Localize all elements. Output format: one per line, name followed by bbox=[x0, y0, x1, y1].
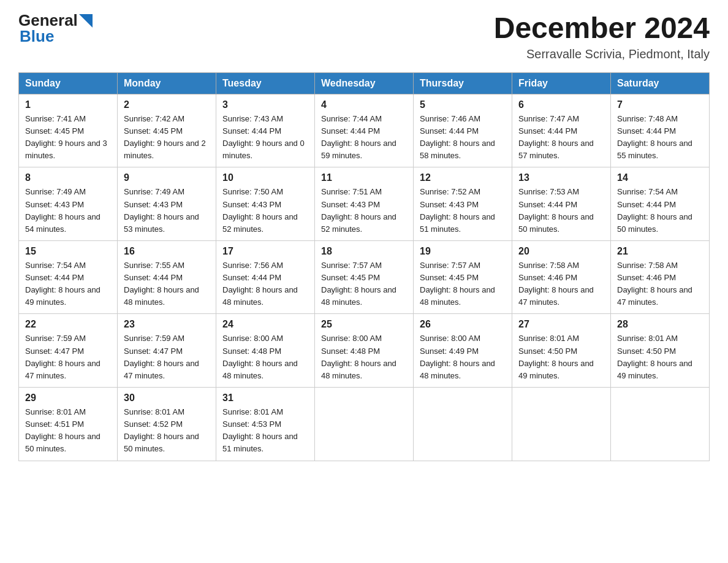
day-cell: 26Sunrise: 8:00 AMSunset: 4:49 PMDayligh… bbox=[414, 314, 512, 388]
day-cell: 19Sunrise: 7:57 AMSunset: 4:45 PMDayligh… bbox=[414, 240, 512, 314]
column-header-wednesday: Wednesday bbox=[315, 72, 414, 94]
day-number: 28 bbox=[617, 319, 703, 330]
day-number: 21 bbox=[617, 246, 703, 257]
calendar-table: SundayMondayTuesdayWednesdayThursdayFrid… bbox=[18, 72, 710, 461]
week-row-3: 15Sunrise: 7:54 AMSunset: 4:44 PMDayligh… bbox=[19, 240, 710, 314]
day-cell: 9Sunrise: 7:49 AMSunset: 4:43 PMDaylight… bbox=[118, 167, 216, 241]
day-info: Sunrise: 8:01 AMSunset: 4:51 PMDaylight:… bbox=[25, 406, 111, 456]
day-cell: 29Sunrise: 8:01 AMSunset: 4:51 PMDayligh… bbox=[19, 388, 118, 461]
day-number: 7 bbox=[617, 99, 703, 110]
day-number: 17 bbox=[222, 246, 308, 257]
day-cell: 3Sunrise: 7:43 AMSunset: 4:44 PMDaylight… bbox=[216, 94, 315, 167]
day-info: Sunrise: 8:01 AMSunset: 4:53 PMDaylight:… bbox=[222, 406, 308, 456]
day-info: Sunrise: 7:54 AMSunset: 4:44 PMDaylight:… bbox=[617, 186, 703, 236]
day-cell: 8Sunrise: 7:49 AMSunset: 4:43 PMDaylight… bbox=[19, 167, 118, 241]
day-number: 25 bbox=[321, 319, 407, 330]
column-header-tuesday: Tuesday bbox=[216, 72, 315, 94]
column-header-monday: Monday bbox=[118, 72, 216, 94]
logo-arrow-icon bbox=[79, 14, 93, 28]
week-row-1: 1Sunrise: 7:41 AMSunset: 4:45 PMDaylight… bbox=[19, 94, 710, 167]
day-info: Sunrise: 7:59 AMSunset: 4:47 PMDaylight:… bbox=[124, 332, 210, 382]
day-info: Sunrise: 7:43 AMSunset: 4:44 PMDaylight:… bbox=[222, 113, 308, 163]
week-row-2: 8Sunrise: 7:49 AMSunset: 4:43 PMDaylight… bbox=[19, 167, 710, 241]
day-cell bbox=[512, 388, 611, 461]
day-number: 16 bbox=[124, 246, 210, 257]
day-number: 3 bbox=[222, 99, 308, 110]
week-row-5: 29Sunrise: 8:01 AMSunset: 4:51 PMDayligh… bbox=[19, 388, 710, 461]
svg-marker-0 bbox=[79, 14, 93, 28]
week-row-4: 22Sunrise: 7:59 AMSunset: 4:47 PMDayligh… bbox=[19, 314, 710, 388]
day-info: Sunrise: 8:00 AMSunset: 4:48 PMDaylight:… bbox=[222, 332, 308, 382]
day-cell: 13Sunrise: 7:53 AMSunset: 4:44 PMDayligh… bbox=[512, 167, 611, 241]
day-cell: 5Sunrise: 7:46 AMSunset: 4:44 PMDaylight… bbox=[414, 94, 512, 167]
column-header-saturday: Saturday bbox=[611, 72, 710, 94]
day-number: 23 bbox=[124, 319, 210, 330]
day-info: Sunrise: 7:49 AMSunset: 4:43 PMDaylight:… bbox=[25, 186, 111, 236]
day-cell: 21Sunrise: 7:58 AMSunset: 4:46 PMDayligh… bbox=[611, 240, 710, 314]
day-number: 27 bbox=[518, 319, 604, 330]
column-header-thursday: Thursday bbox=[414, 72, 512, 94]
day-cell: 23Sunrise: 7:59 AMSunset: 4:47 PMDayligh… bbox=[118, 314, 216, 388]
day-cell: 4Sunrise: 7:44 AMSunset: 4:44 PMDaylight… bbox=[315, 94, 414, 167]
day-info: Sunrise: 7:50 AMSunset: 4:43 PMDaylight:… bbox=[222, 186, 308, 236]
day-info: Sunrise: 7:48 AMSunset: 4:44 PMDaylight:… bbox=[617, 113, 703, 163]
day-info: Sunrise: 8:00 AMSunset: 4:48 PMDaylight:… bbox=[321, 332, 407, 382]
day-info: Sunrise: 7:41 AMSunset: 4:45 PMDaylight:… bbox=[25, 113, 111, 163]
day-cell: 15Sunrise: 7:54 AMSunset: 4:44 PMDayligh… bbox=[19, 240, 118, 314]
day-cell: 7Sunrise: 7:48 AMSunset: 4:44 PMDaylight… bbox=[611, 94, 710, 167]
day-number: 20 bbox=[518, 246, 604, 257]
location-subtitle: Serravalle Scrivia, Piedmont, Italy bbox=[494, 47, 710, 61]
day-cell: 25Sunrise: 8:00 AMSunset: 4:48 PMDayligh… bbox=[315, 314, 414, 388]
day-info: Sunrise: 7:54 AMSunset: 4:44 PMDaylight:… bbox=[25, 259, 111, 309]
calendar-header-row: SundayMondayTuesdayWednesdayThursdayFrid… bbox=[19, 72, 710, 94]
day-number: 2 bbox=[124, 99, 210, 110]
day-info: Sunrise: 8:01 AMSunset: 4:50 PMDaylight:… bbox=[617, 332, 703, 382]
day-cell: 18Sunrise: 7:57 AMSunset: 4:45 PMDayligh… bbox=[315, 240, 414, 314]
day-number: 14 bbox=[617, 172, 703, 183]
day-info: Sunrise: 7:53 AMSunset: 4:44 PMDaylight:… bbox=[518, 186, 604, 236]
day-info: Sunrise: 7:55 AMSunset: 4:44 PMDaylight:… bbox=[124, 259, 210, 309]
day-number: 24 bbox=[222, 319, 308, 330]
column-header-sunday: Sunday bbox=[19, 72, 118, 94]
day-info: Sunrise: 8:01 AMSunset: 4:52 PMDaylight:… bbox=[124, 406, 210, 456]
day-cell: 11Sunrise: 7:51 AMSunset: 4:43 PMDayligh… bbox=[315, 167, 414, 241]
day-number: 26 bbox=[420, 319, 506, 330]
day-number: 9 bbox=[124, 172, 210, 183]
day-info: Sunrise: 7:59 AMSunset: 4:47 PMDaylight:… bbox=[25, 332, 111, 382]
day-info: Sunrise: 7:56 AMSunset: 4:44 PMDaylight:… bbox=[222, 259, 308, 309]
day-number: 6 bbox=[518, 99, 604, 110]
title-area: December 2024 Serravalle Scrivia, Piedmo… bbox=[494, 12, 710, 61]
day-number: 15 bbox=[25, 246, 111, 257]
day-number: 19 bbox=[420, 246, 506, 257]
day-number: 29 bbox=[25, 393, 111, 404]
day-cell bbox=[414, 388, 512, 461]
day-cell: 6Sunrise: 7:47 AMSunset: 4:44 PMDaylight… bbox=[512, 94, 611, 167]
day-cell: 17Sunrise: 7:56 AMSunset: 4:44 PMDayligh… bbox=[216, 240, 315, 314]
day-number: 31 bbox=[222, 393, 308, 404]
day-cell bbox=[611, 388, 710, 461]
day-info: Sunrise: 7:58 AMSunset: 4:46 PMDaylight:… bbox=[518, 259, 604, 309]
day-cell: 30Sunrise: 8:01 AMSunset: 4:52 PMDayligh… bbox=[118, 388, 216, 461]
day-info: Sunrise: 7:57 AMSunset: 4:45 PMDaylight:… bbox=[420, 259, 506, 309]
day-cell bbox=[315, 388, 414, 461]
day-number: 13 bbox=[518, 172, 604, 183]
page-header: General Blue December 2024 Serravalle Sc… bbox=[18, 12, 710, 61]
day-info: Sunrise: 7:47 AMSunset: 4:44 PMDaylight:… bbox=[518, 113, 604, 163]
day-number: 22 bbox=[25, 319, 111, 330]
day-number: 5 bbox=[420, 99, 506, 110]
day-cell: 31Sunrise: 8:01 AMSunset: 4:53 PMDayligh… bbox=[216, 388, 315, 461]
day-cell: 22Sunrise: 7:59 AMSunset: 4:47 PMDayligh… bbox=[19, 314, 118, 388]
month-title: December 2024 bbox=[494, 12, 710, 45]
day-cell: 1Sunrise: 7:41 AMSunset: 4:45 PMDaylight… bbox=[19, 94, 118, 167]
day-number: 1 bbox=[25, 99, 111, 110]
day-cell: 14Sunrise: 7:54 AMSunset: 4:44 PMDayligh… bbox=[611, 167, 710, 241]
day-number: 8 bbox=[25, 172, 111, 183]
day-number: 30 bbox=[124, 393, 210, 404]
logo-blue-text: Blue bbox=[20, 27, 54, 46]
day-number: 10 bbox=[222, 172, 308, 183]
column-header-friday: Friday bbox=[512, 72, 611, 94]
day-cell: 2Sunrise: 7:42 AMSunset: 4:45 PMDaylight… bbox=[118, 94, 216, 167]
day-info: Sunrise: 7:46 AMSunset: 4:44 PMDaylight:… bbox=[420, 113, 506, 163]
day-cell: 10Sunrise: 7:50 AMSunset: 4:43 PMDayligh… bbox=[216, 167, 315, 241]
day-number: 12 bbox=[420, 172, 506, 183]
